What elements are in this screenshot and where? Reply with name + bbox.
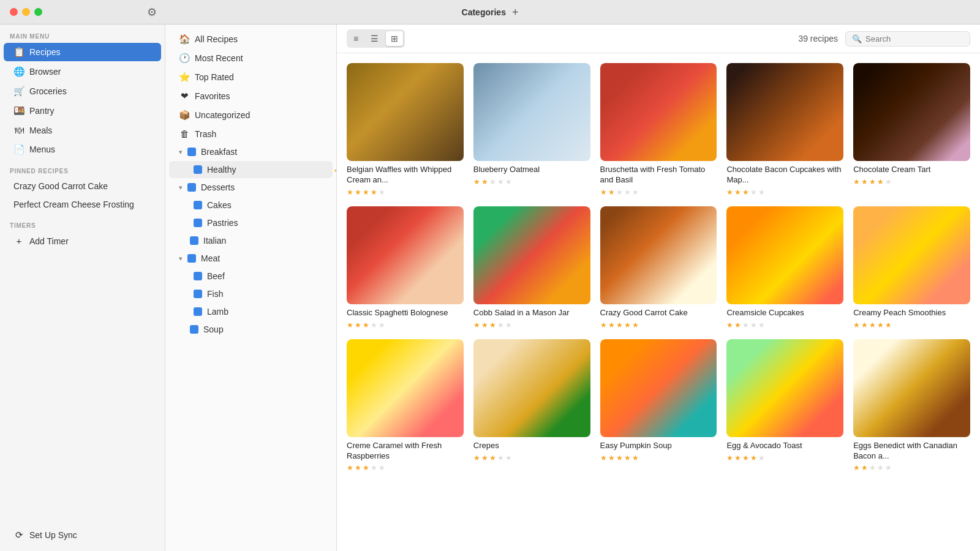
recipe-img-eggs-benedict bbox=[853, 339, 970, 437]
cat-uncategorized[interactable]: 📦 Uncategorized bbox=[169, 106, 333, 124]
recipe-card-spaghetti[interactable]: Classic Spaghetti Bolognese ★ ★ ★ ★ ★ bbox=[347, 206, 464, 329]
cat-beef[interactable]: Beef bbox=[169, 268, 333, 285]
sidebar-set-up-sync[interactable]: ⟳ Set Up Sync bbox=[4, 526, 161, 544]
star-2: ★ bbox=[608, 188, 615, 197]
sidebar-recipes-label: Recipes bbox=[29, 47, 61, 57]
search-box[interactable]: 🔍 bbox=[845, 31, 970, 47]
star-2: ★ bbox=[608, 321, 615, 329]
star-4: ★ bbox=[624, 188, 631, 197]
recipe-stars: ★ ★ ★ ★ ★ bbox=[853, 463, 970, 472]
recipe-card-cobb-salad[interactable]: Cobb Salad in a Mason Jar ★ ★ ★ ★ ★ bbox=[473, 206, 590, 329]
cat-breakfast-label: Breakfast bbox=[201, 147, 237, 157]
cat-pastries[interactable]: Pastries bbox=[169, 214, 333, 231]
star-5: ★ bbox=[379, 188, 385, 197]
recipe-card-choc-cream-tart[interactable]: Chocolate Cream Tart ★ ★ ★ ★ ★ bbox=[853, 63, 970, 197]
star-3: ★ bbox=[363, 321, 369, 329]
pinned-label: PINNED RECIPES bbox=[0, 159, 165, 177]
sidebar-item-browser[interactable]: 🌐 Browser bbox=[4, 62, 161, 81]
pastries-folder-icon bbox=[194, 219, 202, 227]
sidebar-menus-label: Menus bbox=[29, 144, 55, 154]
maximize-button[interactable] bbox=[34, 8, 42, 16]
recipe-stars: ★ ★ ★ ★ ★ bbox=[600, 321, 717, 329]
cat-all-recipes-label: All Recipes bbox=[195, 34, 238, 44]
sidebar-item-pantry[interactable]: 🍱 Pantry bbox=[4, 102, 161, 120]
cat-trash-label: Trash bbox=[195, 129, 216, 139]
recipe-card-eggs-benedict[interactable]: Eggs Benedict with Canadian Bacon a... ★… bbox=[853, 339, 970, 473]
sidebar-add-timer[interactable]: + Add Timer bbox=[4, 232, 161, 250]
cat-fish[interactable]: Fish bbox=[169, 285, 333, 302]
star-4: ★ bbox=[750, 454, 757, 462]
recipe-card-avo-toast[interactable]: Egg & Avocado Toast ★ ★ ★ ★ ★ bbox=[726, 339, 843, 473]
cat-all-recipes[interactable]: 🏠 All Recipes bbox=[169, 30, 333, 48]
recipe-stars: ★ ★ ★ ★ ★ bbox=[347, 321, 464, 329]
sidebar-item-meals[interactable]: 🍽 Meals bbox=[4, 121, 161, 139]
star-4: ★ bbox=[624, 454, 631, 462]
sidebar-pinned-carrot-cake[interactable]: Crazy Good Carrot Cake bbox=[4, 178, 161, 195]
lamb-folder-icon bbox=[194, 307, 202, 316]
recipe-card-creamy-peach-smoothies[interactable]: Creamy Peach Smoothies ★ ★ ★ ★ ★ bbox=[853, 206, 970, 329]
sidebar-groceries-label: Groceries bbox=[29, 86, 67, 96]
star-5: ★ bbox=[505, 178, 512, 186]
star-1: ★ bbox=[853, 321, 860, 329]
main-menu-label: MAIN MENU bbox=[0, 24, 165, 42]
recipe-card-blueberry-oatmeal[interactable]: Blueberry Oatmeal ★ ★ ★ ★ ★ bbox=[473, 63, 590, 197]
recipe-img-choc-tart bbox=[853, 63, 970, 161]
close-button[interactable] bbox=[10, 8, 18, 16]
cat-healthy[interactable]: Healthy 👆 bbox=[169, 161, 333, 178]
recipe-card-bruschetta[interactable]: Bruschetta with Fresh Tomato and Basil ★… bbox=[600, 63, 717, 197]
cat-top-rated-label: Top Rated bbox=[195, 72, 234, 82]
star-4: ★ bbox=[497, 178, 504, 186]
sidebar-item-menus[interactable]: 📄 Menus bbox=[4, 140, 161, 159]
add-category-button[interactable]: + bbox=[512, 7, 519, 18]
cat-soup[interactable]: Soup bbox=[169, 321, 333, 338]
chevron-down-icon: ▾ bbox=[179, 148, 183, 156]
star-2: ★ bbox=[481, 321, 488, 329]
cat-desserts[interactable]: ▾ Desserts bbox=[169, 179, 333, 196]
cat-lamb[interactable]: Lamb bbox=[169, 303, 333, 320]
soup-folder-icon bbox=[190, 325, 198, 334]
cat-breakfast[interactable]: ▾ Breakfast bbox=[169, 143, 333, 160]
star-3: ★ bbox=[616, 188, 623, 197]
star-5: ★ bbox=[505, 454, 512, 462]
search-icon: 🔍 bbox=[852, 34, 862, 43]
recipe-title: Creamy Peach Smoothies bbox=[853, 308, 970, 318]
star-4: ★ bbox=[497, 454, 504, 462]
cat-pastries-label: Pastries bbox=[207, 218, 238, 228]
recipe-card-carrot-cake[interactable]: Crazy Good Carrot Cake ★ ★ ★ ★ ★ bbox=[600, 206, 717, 329]
recipe-card-pumpkin-soup[interactable]: Easy Pumpkin Soup ★ ★ ★ ★ ★ bbox=[600, 339, 717, 473]
star-4: ★ bbox=[371, 188, 377, 197]
sidebar-item-groceries[interactable]: 🛒 Groceries bbox=[4, 82, 161, 100]
titlebar-center: Categories + bbox=[462, 7, 519, 18]
star-3: ★ bbox=[742, 321, 749, 329]
star-2: ★ bbox=[355, 463, 361, 472]
view-compact-button[interactable]: ☰ bbox=[366, 31, 383, 46]
view-toggles: ≡ ☰ ⊞ bbox=[347, 29, 405, 48]
recipe-card-creme-caramel[interactable]: Creme Caramel with Fresh Raspberries ★ ★… bbox=[347, 339, 464, 473]
cat-most-recent[interactable]: 🕐 Most Recent bbox=[169, 49, 333, 67]
sidebar-pinned-cream-cheese[interactable]: Perfect Cream Cheese Frosting bbox=[4, 196, 161, 213]
recipe-card-creamsicle-cupcakes[interactable]: Creamsicle Cupcakes ★ ★ ★ ★ ★ bbox=[726, 206, 843, 329]
recipe-stars: ★ ★ ★ ★ ★ bbox=[726, 188, 843, 197]
recipe-card-belgian-waffles[interactable]: Belgian Waffles with Whipped Cream an...… bbox=[347, 63, 464, 197]
search-input[interactable] bbox=[865, 34, 963, 43]
cat-top-rated[interactable]: ⭐ Top Rated bbox=[169, 68, 333, 86]
minimize-button[interactable] bbox=[22, 8, 30, 16]
recipe-stars: ★ ★ ★ ★ ★ bbox=[473, 321, 590, 329]
recipe-card-crepes[interactable]: Crepes ★ ★ ★ ★ ★ bbox=[473, 339, 590, 473]
recipe-card-choc-bacon-cupcakes[interactable]: Chocolate Bacon Cupcakes with Map... ★ ★… bbox=[726, 63, 843, 197]
star-4: ★ bbox=[624, 321, 631, 329]
cat-desserts-label: Desserts bbox=[201, 182, 235, 192]
view-list-button[interactable]: ≡ bbox=[349, 31, 363, 46]
cat-favorites[interactable]: ❤ Favorites bbox=[169, 87, 333, 105]
gear-icon[interactable]: ⚙ bbox=[147, 6, 157, 19]
recipe-stars: ★ ★ ★ ★ ★ bbox=[600, 454, 717, 462]
cat-meat[interactable]: ▾ Meat bbox=[169, 250, 333, 267]
cat-italian[interactable]: Italian bbox=[169, 232, 333, 249]
sidebar-item-recipes[interactable]: 📋 Recipes bbox=[4, 43, 161, 61]
star-5: ★ bbox=[885, 463, 892, 472]
breakfast-folder-icon bbox=[187, 148, 196, 156]
cat-trash[interactable]: 🗑 Trash bbox=[169, 125, 333, 143]
cat-cakes[interactable]: Cakes bbox=[169, 197, 333, 214]
view-grid-button[interactable]: ⊞ bbox=[386, 31, 403, 46]
star-1: ★ bbox=[347, 321, 353, 329]
